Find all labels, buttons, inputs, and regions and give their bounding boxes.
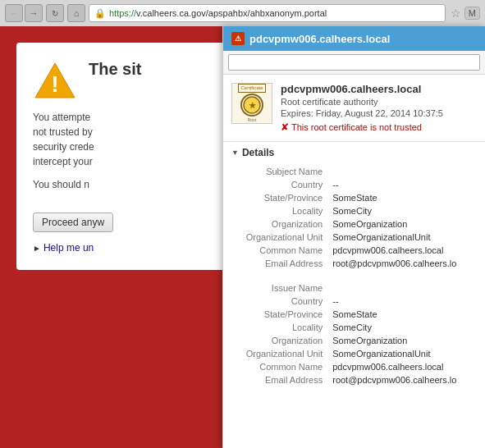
issuer-country-label: Country: [231, 295, 329, 308]
details-toggle[interactable]: ▼ Details: [231, 147, 477, 158]
not-trusted-icon: ✘: [281, 121, 289, 133]
subject-org-row: Organization SomeOrganization: [231, 217, 477, 231]
proceed-button[interactable]: Proceed anyw: [33, 213, 113, 232]
subject-org-label: Organization: [231, 217, 329, 231]
browser-toolbar: ← → ↻ ⌂ 🔒 https://v.calheers.ca.gov/apsp…: [0, 0, 485, 26]
issuer-state-row: State/Province SomeState: [231, 308, 477, 321]
issuer-state-value: SomeState: [329, 308, 477, 321]
cert-expires: Expires: Friday, August 22, 2014 10:37:5: [281, 108, 477, 118]
cert-popup: ⚠ pdcvpmw006.calheers.local Certificate: [222, 26, 485, 448]
issuer-org-unit-row: Organizational Unit SomeOrganizationalUn…: [231, 347, 477, 360]
page-area: ! The sit You attempte not trusted by se…: [0, 26, 485, 448]
issuer-name-label: Issuer Name: [231, 281, 329, 295]
forward-button[interactable]: →: [25, 4, 43, 22]
subject-country-value: --: [329, 178, 477, 191]
lock-icon: 🔒: [94, 8, 106, 19]
section-spacer-row: [231, 270, 477, 281]
cert-not-trusted: ✘ This root certificate is not trusted: [281, 121, 477, 133]
subject-locality-value: SomeCity: [329, 204, 477, 217]
home-button[interactable]: ⌂: [67, 4, 85, 22]
help-link[interactable]: ► Help me un: [33, 242, 218, 254]
warning-page: ! The sit You attempte not trusted by se…: [0, 26, 485, 448]
bookmark-star-button[interactable]: ☆: [451, 7, 461, 20]
issuer-common-name-row: Common Name pdcvpmw006.calheers.local: [231, 360, 477, 373]
subject-country-label: Country: [231, 178, 329, 191]
issuer-org-unit-label: Organizational Unit: [231, 347, 329, 360]
cert-search-input[interactable]: [228, 54, 480, 71]
subject-common-name-value: pdcvpmw006.calheers.local: [329, 244, 477, 257]
warning-triangle-icon: !: [33, 61, 77, 100]
subject-state-row: State/Province SomeState: [231, 191, 477, 204]
cert-hostname: pdcvpmw006.calheers.local: [281, 83, 477, 95]
issuer-org-value: SomeOrganization: [329, 334, 477, 347]
cert-popup-content[interactable]: Certificate ★ Root: [223, 75, 485, 448]
subject-country-row: Country --: [231, 178, 477, 191]
browser-chrome: ← → ↻ ⌂ 🔒 https://v.calheers.ca.gov/apsp…: [0, 0, 485, 26]
cert-popup-icon: ⚠: [231, 32, 245, 45]
subject-name-row: Subject Name: [231, 165, 477, 178]
nav-buttons: ← →: [5, 4, 43, 22]
cert-authority: Root certificate authority: [281, 97, 477, 107]
details-section: ▼ Details Subject Name Country --: [223, 142, 485, 391]
subject-org-unit-row: Organizational Unit SomeOrganizationalUn…: [231, 231, 477, 244]
cert-popup-titlebar: ⚠ pdcvpmw006.calheers.local: [223, 26, 485, 51]
subject-common-name-row: Common Name pdcvpmw006.calheers.local: [231, 244, 477, 257]
subject-email-label: Email Address: [231, 257, 329, 270]
back-button[interactable]: ←: [5, 4, 23, 22]
cert-details-table: Subject Name Country -- State/Province S…: [231, 165, 477, 386]
issuer-common-name-value: pdcvpmw006.calheers.local: [329, 360, 477, 373]
details-arrow-icon: ▼: [231, 149, 239, 157]
subject-state-label: State/Province: [231, 191, 329, 204]
subject-locality-label: Locality: [231, 204, 329, 217]
issuer-country-value: --: [329, 295, 477, 308]
subject-org-unit-value: SomeOrganizationalUnit: [329, 231, 477, 244]
help-arrow-icon: ►: [33, 244, 41, 253]
issuer-common-name-label: Common Name: [231, 360, 329, 373]
subject-state-value: SomeState: [329, 191, 477, 204]
cert-search-bar: [223, 51, 485, 75]
warning-text-2: You should n: [33, 177, 218, 192]
cert-popup-title: pdcvpmw006.calheers.local: [249, 33, 390, 45]
subject-email-row: Email Address root@pdcvpmw006.calheers.l…: [231, 257, 477, 270]
warning-header: ! The sit: [33, 59, 218, 100]
cert-stamp-icon: ★: [240, 94, 263, 117]
subject-name-label: Subject Name: [231, 165, 329, 178]
issuer-locality-value: SomeCity: [329, 321, 477, 334]
issuer-name-row: Issuer Name: [231, 281, 477, 295]
subject-org-value: SomeOrganization: [329, 217, 477, 231]
subject-email-value: root@pdcvpmw006.calheers.lo: [329, 257, 477, 270]
address-bar[interactable]: 🔒 https://v.calheers.ca.gov/apspahbx/ahb…: [89, 4, 446, 22]
issuer-org-label: Organization: [231, 334, 329, 347]
subject-common-name-label: Common Name: [231, 244, 329, 257]
issuer-org-unit-value: SomeOrganizationalUnit: [329, 347, 477, 360]
url-text: https://v.calheers.ca.gov/apspahbx/ahbxa…: [109, 8, 327, 18]
cert-image: Certificate ★ Root: [231, 83, 272, 124]
warning-title: The sit: [89, 59, 141, 79]
reload-button[interactable]: ↻: [46, 4, 64, 22]
svg-text:★: ★: [248, 101, 256, 110]
issuer-org-row: Organization SomeOrganization: [231, 334, 477, 347]
url-secure: https://: [109, 8, 136, 18]
subject-locality-row: Locality SomeCity: [231, 204, 477, 217]
cert-card: Certificate ★ Root: [223, 75, 485, 142]
issuer-email-value: root@pdcvpmw006.calheers.lo: [329, 373, 477, 386]
issuer-state-label: State/Province: [231, 308, 329, 321]
issuer-email-row: Email Address root@pdcvpmw006.calheers.l…: [231, 373, 477, 386]
issuer-locality-row: Locality SomeCity: [231, 321, 477, 334]
subject-org-unit-label: Organizational Unit: [231, 231, 329, 244]
issuer-country-row: Country --: [231, 295, 477, 308]
issuer-email-label: Email Address: [231, 373, 329, 386]
gmail-button[interactable]: M: [464, 7, 480, 20]
issuer-locality-label: Locality: [231, 321, 329, 334]
svg-text:!: !: [51, 71, 58, 97]
warning-text: You attempte not trusted by security cre…: [33, 110, 218, 169]
warning-white-box: ! The sit You attempte not trusted by se…: [16, 43, 238, 270]
cert-info: pdcvpmw006.calheers.local Root certifica…: [281, 83, 477, 133]
